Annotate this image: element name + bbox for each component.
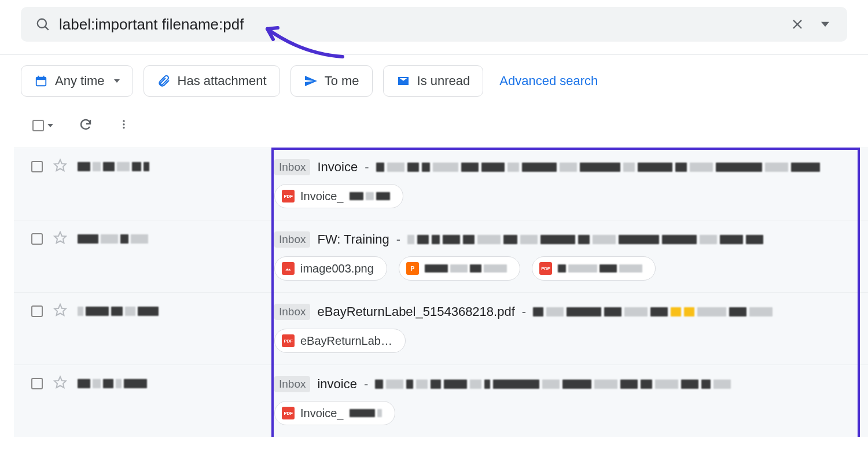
filter-any-time[interactable]: Any time (21, 65, 133, 97)
mail-row[interactable]: Inbox Invoice - PDF Invoice_ (14, 148, 868, 220)
snippet (375, 380, 731, 389)
filter-is-unread-label: Is unread (417, 73, 470, 89)
calendar-icon (34, 74, 48, 88)
svg-rect-5 (36, 78, 46, 80)
attachment-name (425, 264, 507, 273)
row-checkbox[interactable] (31, 233, 43, 245)
attachment-chip[interactable]: PDF Invoice_ (274, 184, 403, 208)
filter-to-me[interactable]: To me (290, 65, 373, 97)
row-checkbox[interactable] (31, 161, 43, 172)
slides-icon: P (406, 262, 419, 275)
snippet (407, 235, 763, 244)
search-bar (21, 7, 847, 42)
svg-line-1 (45, 27, 49, 30)
pdf-icon: PDF (282, 334, 295, 347)
svg-point-8 (123, 120, 124, 122)
mail-list: Inbox Invoice - PDF Invoice_ Inbox FW: T… (14, 148, 868, 437)
label-badge: Inbox (274, 159, 310, 175)
attachment-name: Invoice_ (300, 407, 344, 420)
list-toolbar (0, 97, 868, 148)
attachment-chip[interactable]: PDF Invoice_ (274, 401, 395, 425)
sender (78, 307, 159, 316)
sender (78, 234, 148, 244)
attachment-name: Invoice_ (300, 190, 344, 203)
mail-row[interactable]: Inbox FW: Training - image003.png P PDF (14, 220, 868, 292)
subject: Invoice (317, 160, 358, 175)
attachment-name (558, 264, 642, 273)
mail-row[interactable]: Inbox eBayReturnLabel_5154368218.pdf - P… (14, 292, 868, 364)
select-all-checkbox[interactable] (32, 120, 44, 131)
search-input[interactable] (57, 16, 784, 34)
clear-search-icon[interactable] (784, 17, 811, 31)
label-badge: Inbox (274, 231, 310, 248)
attachment-chip[interactable]: image003.png (274, 256, 387, 281)
snippet (376, 163, 820, 172)
advanced-search-link[interactable]: Advanced search (499, 73, 598, 89)
pdf-icon: PDF (282, 407, 295, 419)
search-options-icon[interactable] (811, 20, 839, 28)
star-icon[interactable] (53, 159, 67, 175)
send-icon (304, 74, 318, 88)
filter-row: Any time Has attachment To me Is unread … (0, 55, 868, 97)
dash: - (396, 232, 400, 247)
attachment-name: image003.png (300, 262, 374, 275)
svg-point-9 (123, 123, 124, 125)
filter-has-attachment[interactable]: Has attachment (144, 65, 280, 97)
filter-has-attachment-label: Has attachment (178, 73, 267, 89)
select-all[interactable] (32, 120, 53, 131)
attachment-chip[interactable]: PDF eBayReturnLab… (274, 329, 406, 353)
chevron-down-icon (47, 124, 53, 127)
dash: - (364, 377, 368, 392)
subject: eBayReturnLabel_5154368218.pdf (317, 304, 514, 319)
subject: invoice (317, 377, 356, 392)
star-icon[interactable] (53, 303, 67, 319)
mail-row[interactable]: Inbox invoice - PDF Invoice_ (14, 364, 868, 437)
image-icon (282, 262, 295, 275)
snippet (533, 307, 773, 316)
row-checkbox[interactable] (31, 378, 43, 389)
svg-point-0 (38, 19, 46, 28)
filter-to-me-label: To me (325, 73, 359, 89)
attachment-name: eBayReturnLab… (300, 334, 392, 348)
dash: - (522, 304, 526, 319)
label-badge: Inbox (274, 304, 310, 320)
subject: FW: Training (317, 232, 389, 247)
attachment-chip[interactable]: PDF (532, 256, 656, 281)
unread-mail-icon (396, 74, 410, 88)
attachment-chip[interactable]: P (399, 256, 520, 281)
star-icon[interactable] (53, 375, 67, 392)
svg-point-10 (123, 127, 124, 128)
chevron-down-icon (114, 79, 120, 83)
refresh-icon[interactable] (79, 117, 93, 134)
dash: - (365, 160, 369, 175)
sender (78, 162, 149, 171)
pdf-icon: PDF (282, 190, 295, 202)
pdf-icon: PDF (539, 262, 552, 275)
filter-is-unread[interactable]: Is unread (383, 65, 484, 97)
filter-any-time-label: Any time (55, 73, 105, 89)
more-icon[interactable] (118, 119, 130, 132)
svg-marker-12 (54, 232, 66, 243)
svg-marker-14 (54, 377, 66, 388)
attachment-icon (157, 74, 171, 88)
star-icon[interactable] (53, 231, 67, 247)
sender (78, 379, 147, 388)
svg-marker-13 (54, 304, 66, 315)
row-checkbox[interactable] (31, 305, 43, 317)
svg-marker-11 (54, 160, 66, 171)
search-icon[interactable] (29, 17, 57, 32)
label-badge: Inbox (274, 376, 310, 392)
